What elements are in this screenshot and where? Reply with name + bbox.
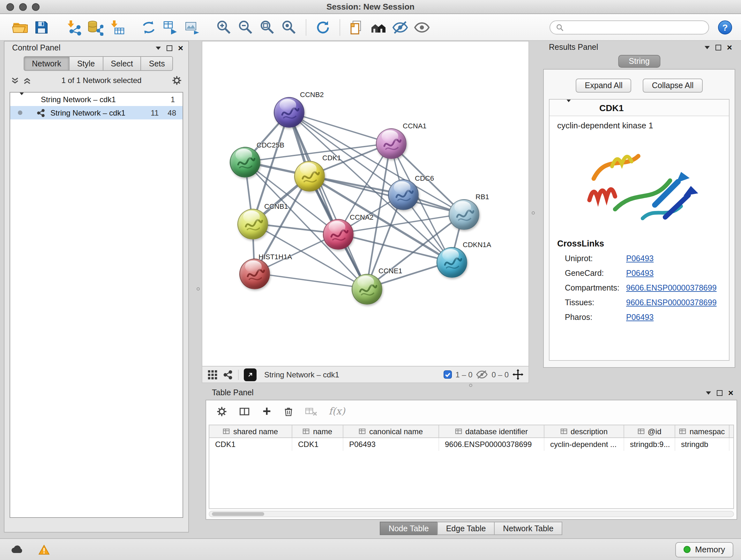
import-network-database-button[interactable] — [84, 16, 106, 38]
close-panel-icon[interactable]: × — [727, 43, 732, 52]
network-collection-row[interactable]: String Network – cdk1 1 — [10, 92, 183, 106]
import-network-file-button[interactable] — [63, 16, 84, 38]
panel-menu-icon[interactable] — [704, 46, 710, 49]
help-button[interactable]: ? — [718, 20, 732, 34]
delete-column-icon[interactable] — [283, 406, 293, 417]
network-node-cdk1[interactable] — [294, 161, 325, 192]
close-panel-icon[interactable]: × — [728, 388, 733, 397]
network-node-ccnb1[interactable] — [238, 209, 268, 240]
network-node-hist1h1a[interactable] — [239, 259, 270, 289]
network-node-ccna2[interactable] — [323, 219, 354, 250]
splitter-handle[interactable] — [469, 384, 472, 387]
tab-network[interactable]: Network — [23, 56, 70, 71]
splitter-handle[interactable] — [532, 211, 535, 214]
network-edge[interactable] — [254, 273, 366, 288]
network-edge[interactable] — [289, 112, 366, 288]
cloud-button[interactable] — [8, 542, 27, 557]
show-columns-icon[interactable] — [239, 406, 250, 417]
pan-crosshair-icon[interactable] — [513, 369, 523, 380]
memory-button[interactable]: Memory — [675, 542, 733, 557]
panel-menu-icon[interactable] — [156, 46, 161, 50]
table-row[interactable]: CDK1CDK1P064939606.ENSP00000378699cyclin… — [209, 438, 733, 451]
column-header-shared-name[interactable]: shared name — [209, 425, 292, 437]
column-header-description[interactable]: description — [544, 425, 624, 437]
network-tools-button[interactable] — [138, 16, 159, 38]
column-header-name[interactable]: name — [292, 425, 343, 437]
network-node-ccne1[interactable] — [352, 274, 382, 305]
table-horizontal-scrollbar[interactable] — [209, 511, 734, 517]
zoom-in-button[interactable] — [213, 16, 235, 38]
cdk1-section-header[interactable]: CDK1 — [549, 100, 729, 116]
column-header-namespac[interactable]: namespac — [675, 425, 730, 437]
tab-style[interactable]: Style — [70, 56, 104, 71]
network-node-cdc6[interactable] — [388, 179, 419, 210]
float-panel-icon[interactable] — [716, 44, 721, 50]
tab-node-table[interactable]: Node Table — [380, 522, 438, 535]
network-edge[interactable] — [289, 112, 391, 143]
gear-icon[interactable] — [172, 75, 182, 85]
export-image-button[interactable] — [181, 16, 203, 38]
network-node-ccna1[interactable] — [376, 128, 407, 159]
float-panel-icon[interactable] — [717, 390, 723, 395]
column-header-database-identifier[interactable]: database identifier — [439, 425, 544, 437]
zoom-out-button[interactable] — [235, 16, 257, 38]
tab-edge-table[interactable]: Edge Table — [437, 522, 495, 535]
column-header-canonical-name[interactable]: canonical name — [343, 425, 439, 437]
show-all-button[interactable] — [411, 16, 433, 38]
copy-document-button[interactable] — [346, 16, 367, 38]
node-gloss — [245, 261, 262, 273]
section-collapse-icon[interactable] — [566, 99, 571, 113]
network-node-cdc25b[interactable] — [230, 147, 260, 178]
new-network-from-selection-button[interactable] — [159, 16, 181, 38]
network-edge[interactable] — [309, 176, 463, 214]
refresh-layout-button[interactable] — [312, 16, 334, 38]
network-canvas[interactable]: CCNB2CCNA1CDC25BCDK1CDC6RB1CCNB1CCNA2CDK… — [202, 41, 529, 367]
share-view-icon[interactable] — [223, 369, 233, 380]
tab-network-table[interactable]: Network Table — [494, 522, 562, 535]
network-node-ccnb2[interactable] — [274, 97, 305, 128]
function-builder-button[interactable]: f(x) — [329, 406, 345, 417]
add-column-icon[interactable] — [262, 406, 272, 416]
maximize-window-button[interactable] — [32, 3, 40, 11]
cdk1-section: CDK1 cyclin-dependent kinase 1 CrossLink… — [549, 99, 730, 361]
crosslink-value[interactable]: P06493 — [626, 268, 654, 277]
crosslink-value[interactable]: P06493 — [626, 254, 654, 263]
close-panel-icon[interactable]: × — [178, 44, 183, 52]
expand-all-button[interactable]: Expand All — [576, 78, 631, 92]
crosslink-value[interactable]: 9606.ENSP00000378699 — [626, 283, 717, 292]
collapse-all-button[interactable]: Collapse All — [643, 78, 703, 92]
analyze-network-button[interactable] — [367, 16, 389, 38]
grid-view-icon[interactable] — [207, 369, 218, 380]
hide-selected-button[interactable] — [389, 16, 411, 38]
network-node-rb1[interactable] — [449, 199, 479, 230]
tab-select[interactable]: Select — [103, 56, 141, 71]
collapse-all-icon[interactable] — [11, 76, 19, 84]
birds-eye-view-button[interactable] — [244, 368, 257, 381]
hidden-eye-slash-icon[interactable] — [476, 370, 488, 379]
open-session-button[interactable] — [9, 16, 30, 38]
column-header--id[interactable]: @id — [624, 425, 675, 437]
search-input[interactable] — [567, 23, 703, 32]
tree-expand-icon[interactable] — [19, 92, 24, 104]
scrollbar-thumb[interactable] — [212, 512, 264, 516]
minimize-window-button[interactable] — [19, 3, 27, 11]
panel-menu-icon[interactable] — [706, 391, 711, 394]
network-row[interactable]: String Network – cdk1 11 48 — [10, 106, 183, 119]
tab-string[interactable]: String — [618, 55, 660, 68]
float-panel-icon[interactable] — [166, 45, 172, 51]
crosslink-value[interactable]: 9606.ENSP00000378699 — [626, 298, 717, 307]
import-table-button[interactable] — [106, 16, 128, 38]
splitter-handle[interactable] — [197, 287, 200, 291]
crosslink-value[interactable]: P06493 — [626, 313, 654, 321]
zoom-selected-button[interactable] — [278, 16, 300, 38]
network-node-cdkn1a[interactable] — [436, 247, 467, 278]
selected-checkbox-icon[interactable] — [443, 370, 452, 379]
tab-sets[interactable]: Sets — [141, 56, 173, 71]
save-session-button[interactable] — [30, 16, 52, 38]
gear-icon[interactable] — [216, 406, 227, 417]
arrow-up-right-icon — [246, 371, 254, 378]
zoom-fit-button[interactable] — [257, 16, 278, 38]
warnings-button[interactable] — [35, 542, 54, 557]
close-window-button[interactable] — [6, 3, 14, 11]
expand-all-icon[interactable] — [23, 76, 31, 84]
